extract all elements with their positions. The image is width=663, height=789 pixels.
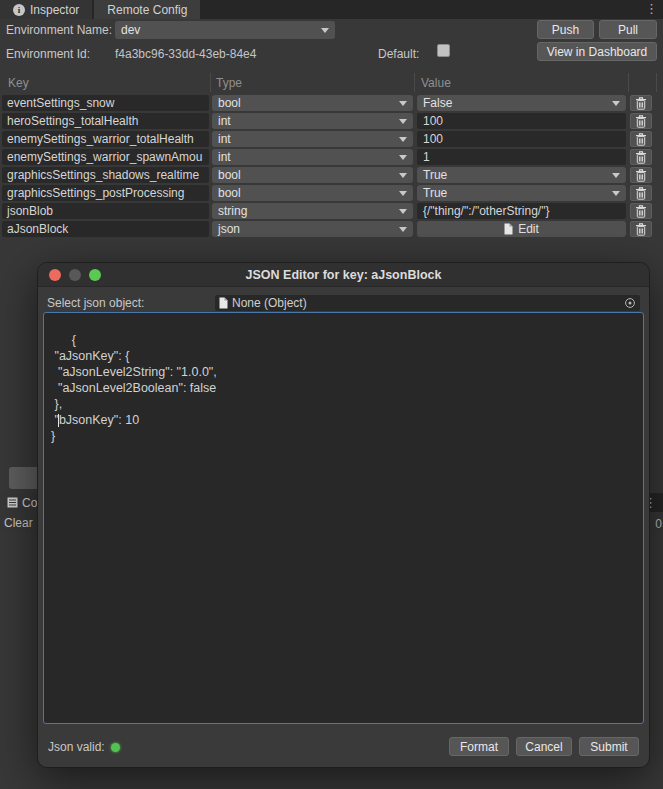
format-button[interactable]: Format — [449, 737, 509, 756]
value-field[interactable]: 100 100 — [417, 131, 626, 147]
type-dropdown[interactable]: int — [212, 113, 413, 129]
key-field[interactable]: jsonBlob — [2, 203, 209, 219]
json-object-field[interactable]: None (Object) — [215, 295, 640, 311]
table-row: enemySettings_warrior_totalHealth int 10… — [0, 130, 663, 148]
value-field[interactable]: {/"thing/":/"otherString/"} {/"thing/":/… — [417, 203, 626, 219]
type-text: bool — [218, 168, 241, 182]
value-field[interactable]: Edit Edit — [417, 221, 626, 237]
type-text: int — [218, 132, 231, 146]
window-controls — [49, 269, 101, 281]
key-field[interactable]: eventSettings_snow — [2, 95, 209, 111]
value-text: True — [423, 186, 447, 200]
value-field[interactable]: 1 1 — [417, 149, 626, 165]
window-menu-icon[interactable]: ⋮ — [645, 1, 658, 17]
type-text: bool — [218, 186, 241, 200]
key-text: jsonBlob — [7, 204, 53, 218]
select-json-object-label: Select json object: — [47, 296, 144, 310]
zoom-window-icon[interactable] — [89, 269, 101, 281]
column-divider — [210, 73, 211, 92]
type-dropdown[interactable]: bool — [212, 95, 413, 111]
pull-button[interactable]: Pull — [599, 20, 657, 39]
tab-console-label: Co — [22, 496, 37, 510]
tab-remote-config[interactable]: Remote Config — [94, 0, 200, 19]
trash-icon — [635, 187, 647, 200]
default-label: Default: — [378, 47, 419, 61]
json-valid-status: Json valid: — [48, 740, 120, 754]
environment-name-dropdown[interactable]: dev — [115, 21, 335, 39]
delete-row-button[interactable] — [630, 203, 652, 219]
json-valid-label: Json valid: — [48, 740, 105, 754]
chevron-down-icon — [321, 28, 329, 33]
table-row: enemySettings_warrior_spawnAmou int 1 1 — [0, 148, 663, 166]
chevron-down-icon — [399, 191, 407, 196]
console-clear-button[interactable]: Clear — [4, 516, 33, 530]
minimize-window-icon[interactable] — [69, 269, 81, 281]
type-dropdown[interactable]: int — [212, 149, 413, 165]
text-caret — [58, 414, 59, 427]
select-json-object-row: Select json object: None (Object) — [47, 294, 640, 311]
trash-icon — [635, 205, 647, 218]
type-dropdown[interactable]: int — [212, 131, 413, 147]
key-text: aJsonBlock — [7, 222, 68, 236]
table-row: aJsonBlock json Edit Edit — [0, 220, 663, 238]
dialog-title-bar: JSON Editor for key: aJsonBlock — [38, 263, 649, 287]
value-text: {/"thing/":/"otherString/"} — [423, 204, 549, 218]
type-dropdown[interactable]: string — [212, 203, 413, 219]
key-text: graphicsSettings_shadows_realtime — [7, 168, 199, 182]
chevron-down-icon — [399, 155, 407, 160]
edit-json-button[interactable]: Edit — [504, 222, 539, 236]
json-text-editor[interactable]: { "aJsonKey": { "aJsonLevel2String": "1.… — [43, 312, 644, 724]
tab-inspector[interactable]: i Inspector — [0, 0, 92, 19]
value-field[interactable]: 100 100 — [417, 113, 626, 129]
value-text: True — [423, 168, 447, 182]
type-text: int — [218, 150, 231, 164]
push-button[interactable]: Push — [537, 20, 594, 39]
column-header-value: Value — [421, 76, 451, 90]
tab-inspector-label: Inspector — [30, 3, 79, 17]
value-field[interactable]: False False — [417, 95, 626, 111]
key-field[interactable]: enemySettings_warrior_spawnAmou — [2, 149, 209, 165]
value-text: 100 — [423, 114, 443, 128]
type-text: json — [218, 222, 240, 236]
delete-row-button[interactable] — [630, 221, 652, 237]
column-header-type: Type — [216, 76, 242, 90]
key-field[interactable]: enemySettings_warrior_totalHealth — [2, 131, 209, 147]
delete-row-button[interactable] — [630, 149, 652, 165]
value-text: 100 — [423, 132, 443, 146]
type-text: bool — [218, 96, 241, 110]
view-in-dashboard-button[interactable]: View in Dashboard — [537, 42, 657, 61]
table-row: heroSettings_totalHealth int 100 100 — [0, 112, 663, 130]
table-row: graphicsSettings_shadows_realtime bool T… — [0, 166, 663, 184]
cancel-button[interactable]: Cancel — [516, 737, 572, 756]
console-icon — [7, 497, 18, 508]
window-tab-bar: i Inspector Remote Config — [0, 0, 663, 19]
file-icon — [504, 223, 513, 235]
key-field[interactable]: graphicsSettings_postProcessing — [2, 185, 209, 201]
trash-icon — [635, 115, 647, 128]
trash-icon — [635, 151, 647, 164]
value-field[interactable]: True True — [417, 185, 626, 201]
delete-row-button[interactable] — [630, 113, 652, 129]
value-field[interactable]: True True — [417, 167, 626, 183]
edit-button-label: Edit — [518, 222, 539, 236]
key-field[interactable]: aJsonBlock — [2, 221, 209, 237]
delete-row-button[interactable] — [630, 185, 652, 201]
type-dropdown[interactable]: bool — [212, 185, 413, 201]
close-window-icon[interactable] — [49, 269, 61, 281]
type-dropdown[interactable]: bool — [212, 167, 413, 183]
key-field[interactable]: heroSettings_totalHealth — [2, 113, 209, 129]
chevron-down-icon — [612, 101, 620, 106]
type-text: string — [218, 204, 247, 218]
type-dropdown[interactable]: json — [212, 221, 413, 237]
submit-button[interactable]: Submit — [579, 737, 639, 756]
delete-row-button[interactable] — [630, 131, 652, 147]
column-divider — [656, 73, 657, 92]
object-picker-icon[interactable] — [624, 297, 636, 309]
key-field[interactable]: graphicsSettings_shadows_realtime — [2, 167, 209, 183]
default-checkbox[interactable] — [437, 44, 450, 57]
valid-indicator-icon — [111, 743, 120, 752]
delete-row-button[interactable] — [630, 167, 652, 183]
dialog-title: JSON Editor for key: aJsonBlock — [246, 268, 442, 282]
delete-row-button[interactable] — [630, 95, 652, 111]
environment-name-label: Environment Name: — [6, 23, 112, 37]
